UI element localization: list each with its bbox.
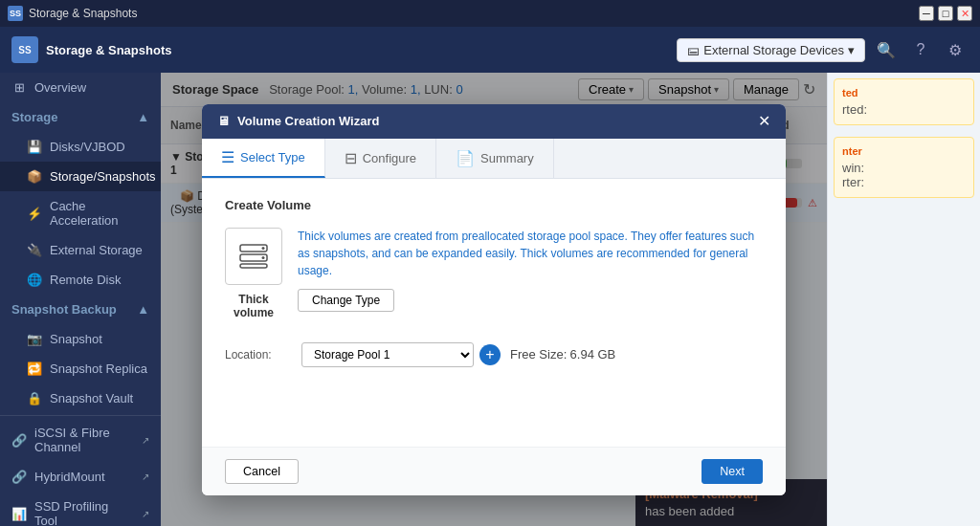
sidebar-label-storage-snapshots: Storage/Snapshots xyxy=(50,169,156,184)
help-button[interactable]: ? xyxy=(907,36,934,63)
search-button[interactable]: 🔍 xyxy=(873,36,900,63)
app-title: Storage & Snapshots xyxy=(46,43,171,57)
titlebar-left: SS Storage & Snapshots xyxy=(8,6,137,21)
location-row: Location: Storage Pool 1 + Free Size: 6.… xyxy=(225,342,763,367)
ssd-profiling-icon: 📊 xyxy=(11,507,27,521)
dropdown-arrow-icon: ▾ xyxy=(848,43,855,57)
volume-creation-wizard-modal: 🖥 Volume Creation Wizard ✕ ☰ Select Type… xyxy=(202,104,786,495)
sidebar-item-storage-header[interactable]: Storage ▲ xyxy=(0,102,161,132)
modal-overlay: 🖥 Volume Creation Wizard ✕ ☰ Select Type… xyxy=(161,73,827,526)
notif-card-title-2: nter xyxy=(842,145,966,157)
collapse-icon-2: ▲ xyxy=(137,302,149,317)
volume-type-icon xyxy=(225,228,282,285)
sidebar-label-hybridmount: HybridMount xyxy=(34,470,105,484)
wizard-steps: ☰ Select Type ⊟ Configure 📄 Summary xyxy=(202,139,786,179)
external-icon: 🔌 xyxy=(27,243,42,257)
overview-icon: ⊞ xyxy=(11,80,27,95)
modal-body: Create Volume xyxy=(202,179,786,447)
content-area: Storage Space Storage Pool: 1, Volume: 1… xyxy=(161,73,827,526)
titlebar-title: Storage & Snapshots xyxy=(29,7,137,20)
top-toolbar: SS Storage & Snapshots 🖴 External Storag… xyxy=(0,27,980,73)
cancel-button[interactable]: Cancel xyxy=(225,459,299,484)
collapse-icon: ▲ xyxy=(137,110,149,124)
svg-point-4 xyxy=(262,256,265,259)
sidebar-label-cache: Cache Acceleration xyxy=(50,199,149,228)
ext-storage-button[interactable]: 🖴 External Storage Devices ▾ xyxy=(677,38,865,62)
notif-card-text-3: rter: xyxy=(842,175,966,189)
close-button[interactable]: ✕ xyxy=(957,6,972,21)
sidebar-item-remote[interactable]: 🌐 Remote Disk xyxy=(0,265,161,295)
sidebar-item-snapshot-backup-header[interactable]: Snapshot Backup ▲ xyxy=(0,295,161,324)
storage-snapshots-icon: 📦 xyxy=(27,169,42,184)
iscsi-icon: 🔗 xyxy=(11,433,27,448)
app-icon: SS xyxy=(8,6,23,21)
external-link-icon: ↗ xyxy=(142,435,149,446)
titlebar-controls[interactable]: ─ □ ✕ xyxy=(919,6,972,21)
sidebar-label-storage: Storage xyxy=(11,110,57,124)
snapshot-vault-icon: 🔒 xyxy=(27,391,42,405)
external-link-icon-3: ↗ xyxy=(142,509,149,519)
sidebar-label-remote: Remote Disk xyxy=(50,273,121,287)
sidebar-item-snapshot-vault[interactable]: 🔒 Snapshot Vault xyxy=(0,384,161,413)
sidebar-item-cache[interactable]: ⚡ Cache Acceleration xyxy=(0,191,161,235)
minimize-button[interactable]: ─ xyxy=(919,6,934,21)
sidebar-label-snapshot-vault: Snapshot Vault xyxy=(50,391,133,405)
notif-card-text-1: rted: xyxy=(842,102,966,117)
main-layout: ⊞ Overview Storage ▲ 💾 Disks/VJBOD 📦 Sto… xyxy=(0,73,980,526)
hdd-icon: 🖴 xyxy=(687,43,700,57)
sidebar-item-ssd-profiling[interactable]: 📊 SSD Profiling Tool ↗ xyxy=(0,492,161,526)
sidebar-label-snapshot-backup: Snapshot Backup xyxy=(11,302,117,317)
volume-description: Thick volumes are created from prealloca… xyxy=(298,228,763,279)
remote-icon: 🌐 xyxy=(27,273,42,287)
next-button[interactable]: Next xyxy=(702,459,763,484)
wizard-icon: 🖥 xyxy=(217,114,230,128)
hybridmount-icon: 🔗 xyxy=(11,470,27,484)
sidebar-label-disks: Disks/VJBOD xyxy=(50,140,125,154)
modal-header-left: 🖥 Volume Creation Wizard xyxy=(217,114,379,128)
sidebar-item-disks[interactable]: 💾 Disks/VJBOD xyxy=(0,132,161,162)
sidebar-label-overview: Overview xyxy=(34,80,86,95)
location-select-wrap: Storage Pool 1 + xyxy=(301,342,501,367)
wizard-step-select-type[interactable]: ☰ Select Type xyxy=(202,139,325,178)
create-volume-title: Create Volume xyxy=(225,198,763,212)
sidebar-item-storage-snapshots[interactable]: 📦 Storage/Snapshots xyxy=(0,162,161,191)
sidebar-item-hybridmount[interactable]: 🔗 HybridMount ↗ xyxy=(0,462,161,492)
modal-footer: Cancel Next xyxy=(202,447,786,495)
sidebar-label-iscsi: iSCSI & Fibre Channel xyxy=(34,426,134,454)
add-location-button[interactable]: + xyxy=(479,344,501,365)
external-link-icon-2: ↗ xyxy=(142,471,149,482)
modal-title: Volume Creation Wizard xyxy=(237,114,379,128)
titlebar: SS Storage & Snapshots ─ □ ✕ xyxy=(0,0,980,27)
sidebar-item-iscsi[interactable]: 🔗 iSCSI & Fibre Channel ↗ xyxy=(0,418,161,462)
right-panel-notif-1: ted rted: xyxy=(834,78,974,125)
summary-icon: 📄 xyxy=(456,149,475,167)
app-logo-icon: SS xyxy=(11,36,38,63)
free-size-value: 6.94 GB xyxy=(570,347,616,362)
configure-label: Configure xyxy=(363,151,416,165)
settings-button[interactable]: ⚙ xyxy=(942,36,969,63)
modal-close-button[interactable]: ✕ xyxy=(758,114,770,129)
notif-card-text-2: win: xyxy=(842,161,966,175)
wizard-step-configure[interactable]: ⊟ Configure xyxy=(325,139,436,178)
notif-card-title-1: ted xyxy=(842,87,966,99)
sidebar-item-external[interactable]: 🔌 External Storage xyxy=(0,235,161,265)
location-label: Location: xyxy=(225,348,292,362)
sidebar-item-snapshot[interactable]: 📷 Snapshot xyxy=(0,324,161,354)
sidebar-label-snapshot: Snapshot xyxy=(50,332,102,346)
sidebar: ⊞ Overview Storage ▲ 💾 Disks/VJBOD 📦 Sto… xyxy=(0,73,161,526)
location-select[interactable]: Storage Pool 1 xyxy=(301,342,474,367)
right-panel-notif-2: nter win: rter: xyxy=(834,137,974,198)
svg-rect-2 xyxy=(240,264,267,268)
wizard-step-summary[interactable]: 📄 Summary xyxy=(436,139,554,178)
select-type-icon: ☰ xyxy=(221,148,234,166)
volume-type-section: Thick volume Thick volumes are created f… xyxy=(225,228,763,319)
maximize-button[interactable]: □ xyxy=(938,6,953,21)
sidebar-item-overview[interactable]: ⊞ Overview xyxy=(0,73,161,102)
change-type-button[interactable]: Change Type xyxy=(298,289,394,312)
snapshot-icon: 📷 xyxy=(27,332,42,346)
sidebar-item-snapshot-replica[interactable]: 🔁 Snapshot Replica xyxy=(0,354,161,384)
right-panel: ted rted: nter win: rter: xyxy=(827,73,980,526)
configure-icon: ⊟ xyxy=(345,149,357,167)
sidebar-label-ssd-profiling: SSD Profiling Tool xyxy=(34,499,134,526)
modal-header: 🖥 Volume Creation Wizard ✕ xyxy=(202,104,786,139)
